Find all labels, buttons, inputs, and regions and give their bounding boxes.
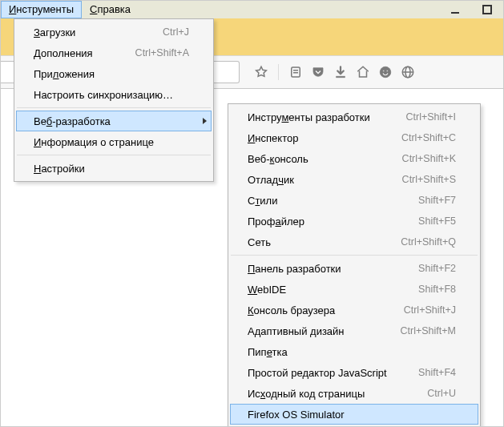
submenu-arrow-icon [203, 118, 207, 124]
submenu-fxos[interactable]: Firefox OS Simulator [230, 404, 478, 425]
menu-apps-label: Приложения [34, 68, 189, 80]
submenu-profiler-shortcut: Shift+F5 [418, 216, 456, 227]
submenu-browsercon[interactable]: Консоль браузера Ctrl+Shift+J [230, 300, 478, 320]
submenu-scratchpad[interactable]: Простой редактор JavaScript Shift+F4 [230, 362, 478, 383]
submenu-network[interactable]: Сеть Ctrl+Shift+Q [230, 232, 478, 252]
toolbar-icons [251, 62, 418, 83]
window-controls [439, 1, 503, 20]
tools-menu: Загрузки Ctrl+J Дополнения Ctrl+Shift+A … [14, 18, 214, 182]
menubar-tools[interactable]: Инструменты [1, 1, 82, 18]
pocket-icon[interactable] [308, 62, 329, 83]
submenu-source-label: Исходный код страницы [248, 388, 405, 400]
submenu-debugger-shortcut: Ctrl+Shift+S [402, 174, 456, 185]
submenu-devbar-shortcut: Shift+F2 [418, 263, 456, 274]
menubar-help-label: Справка [90, 3, 131, 15]
submenu-devbar-label: Панель разработки [248, 263, 396, 275]
submenu-devtools[interactable]: Инструменты разработки Ctrl+Shift+I [230, 107, 478, 127]
reading-list-icon[interactable] [285, 62, 306, 83]
globe-icon[interactable] [397, 62, 418, 83]
submenu-console-shortcut: Ctrl+Shift+K [402, 153, 456, 164]
webdev-submenu: Инструменты разработки Ctrl+Shift+I Инсп… [228, 103, 481, 427]
submenu-devtools-shortcut: Ctrl+Shift+I [405, 111, 456, 123]
submenu-styles-label: Стили [248, 195, 396, 207]
window-maximize-button[interactable] [471, 1, 503, 18]
menu-sync-label: Настроить синхронизацию… [34, 89, 189, 101]
submenu-profiler-label: Профайлер [248, 216, 396, 228]
submenu-browsercon-label: Консоль браузера [248, 304, 381, 316]
menu-downloads-shortcut: Ctrl+J [163, 26, 189, 38]
menu-sync[interactable]: Настроить синхронизацию… [16, 84, 212, 105]
menu-downloads[interactable]: Загрузки Ctrl+J [16, 22, 212, 42]
menu-addons[interactable]: Дополнения Ctrl+Shift+A [16, 42, 212, 63]
menubar-help[interactable]: Справка [82, 1, 139, 18]
svg-point-7 [383, 70, 385, 72]
toolbar-separator [278, 64, 279, 80]
submenu-scratchpad-label: Простой редактор JavaScript [248, 367, 396, 379]
submenu-webide[interactable]: WebIDE Shift+F8 [230, 279, 478, 300]
submenu-debugger[interactable]: Отладчик Ctrl+Shift+S [230, 169, 478, 190]
menubar-tools-label: Инструменты [9, 3, 74, 15]
submenu-responsive-label: Адаптивный дизайн [248, 325, 378, 337]
submenu-webide-label: WebIDE [248, 284, 396, 296]
svg-point-8 [386, 70, 388, 72]
submenu-console-label: Веб-консоль [248, 153, 380, 165]
submenu-profiler[interactable]: Профайлер Shift+F5 [230, 211, 478, 232]
submenu-inspector-label: Инспектор [248, 132, 379, 144]
svg-rect-0 [451, 12, 459, 14]
submenu-responsive[interactable]: Адаптивный дизайн Ctrl+Shift+M [230, 320, 478, 341]
submenu-styles-shortcut: Shift+F7 [418, 195, 456, 206]
submenu-responsive-shortcut: Ctrl+Shift+M [401, 325, 456, 336]
submenu-console[interactable]: Веб-консоль Ctrl+Shift+K [230, 148, 478, 169]
submenu-inspector[interactable]: Инспектор Ctrl+Shift+C [230, 127, 478, 148]
submenu-webide-shortcut: Shift+F8 [418, 284, 456, 295]
menu-separator [231, 255, 478, 256]
submenu-fxos-label: Firefox OS Simulator [248, 409, 456, 421]
smiley-icon[interactable] [375, 62, 396, 83]
svg-rect-1 [483, 6, 491, 14]
svg-rect-5 [337, 76, 345, 78]
submenu-network-label: Сеть [248, 236, 378, 248]
menu-addons-shortcut: Ctrl+Shift+A [135, 47, 189, 58]
home-icon[interactable] [353, 62, 373, 83]
submenu-debugger-label: Отладчик [248, 174, 380, 186]
submenu-source[interactable]: Исходный код страницы Ctrl+U [230, 383, 478, 404]
submenu-styles[interactable]: Стили Shift+F7 [230, 190, 478, 211]
menu-webdev-label: Веб-разработка [34, 115, 189, 127]
submenu-devtools-label: Инструменты разработки [248, 111, 383, 123]
downloads-icon[interactable] [330, 62, 351, 83]
submenu-network-shortcut: Ctrl+Shift+Q [401, 236, 456, 248]
menu-webdev[interactable]: Веб-разработка [16, 111, 212, 131]
menu-apps[interactable]: Приложения [16, 63, 212, 84]
submenu-devbar[interactable]: Панель разработки Shift+F2 [230, 258, 478, 279]
submenu-browsercon-shortcut: Ctrl+Shift+J [404, 304, 456, 316]
submenu-eyedropper[interactable]: Пипетка [230, 341, 478, 362]
svg-point-6 [380, 66, 391, 78]
menu-downloads-label: Загрузки [34, 26, 140, 38]
submenu-eyedropper-label: Пипетка [248, 346, 456, 358]
menubar: Инструменты Справка [1, 1, 503, 18]
menu-pageinfo[interactable]: Информация о странице [16, 131, 212, 152]
menu-settings[interactable]: Настройки [16, 158, 212, 179]
menu-separator [17, 107, 211, 108]
menu-pageinfo-label: Информация о странице [34, 136, 189, 148]
submenu-inspector-shortcut: Ctrl+Shift+C [401, 132, 456, 143]
bookmark-star-icon[interactable] [251, 62, 272, 83]
submenu-source-shortcut: Ctrl+U [427, 388, 456, 399]
window-minimize-button[interactable] [439, 1, 471, 18]
menu-separator [17, 155, 211, 155]
menu-addons-label: Дополнения [34, 47, 113, 59]
submenu-scratchpad-shortcut: Shift+F4 [418, 367, 456, 378]
menu-settings-label: Настройки [34, 163, 189, 175]
